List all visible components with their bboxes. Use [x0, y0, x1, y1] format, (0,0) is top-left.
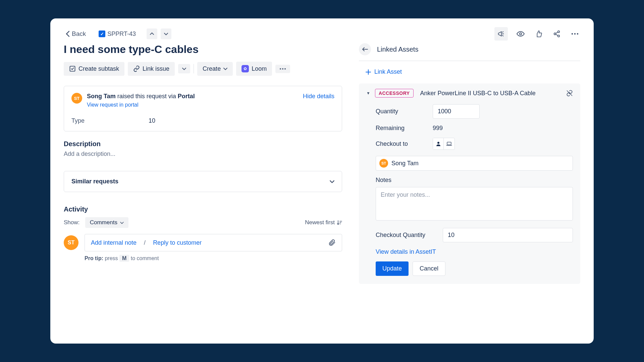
chevron-left-icon: [66, 31, 70, 37]
megaphone-icon: [497, 30, 505, 38]
back-button[interactable]: Back: [64, 29, 88, 39]
similar-requests-panel[interactable]: Similar requests: [64, 171, 342, 192]
create-subtask-button[interactable]: Create subtask: [64, 62, 124, 76]
pro-tip-after: to comment: [129, 255, 159, 261]
right-column: Linked Assets Link Asset ▼ ACCESSORY Ank…: [359, 43, 580, 334]
issue-key[interactable]: SPPRT-43: [99, 31, 136, 38]
pro-tip: Pro tip: press M to comment: [85, 255, 342, 261]
person-icon: [436, 141, 441, 146]
issue-title[interactable]: I need some type-C cables: [64, 43, 342, 56]
svg-point-9: [282, 68, 283, 69]
asset-collapse-button[interactable]: ▼: [366, 91, 370, 96]
more-actions-button[interactable]: [570, 28, 580, 39]
hide-details-link[interactable]: Hide details: [303, 93, 334, 100]
view-in-portal-link[interactable]: View request in portal: [87, 102, 195, 108]
checkout-qty-row: Checkout Quantity: [366, 228, 573, 242]
checkout-user-field[interactable]: ST Song Tam: [376, 156, 573, 171]
notes-section: Notes: [366, 177, 573, 222]
type-value: 10: [149, 117, 155, 124]
cancel-button[interactable]: Cancel: [413, 261, 445, 276]
quantity-input[interactable]: [433, 104, 480, 119]
filter-label: Comments: [90, 219, 117, 226]
link-issue-button[interactable]: Link issue: [128, 62, 175, 76]
checkout-to-toggle: [433, 138, 455, 150]
svg-point-2: [554, 33, 556, 35]
sort-button[interactable]: Newest first: [305, 219, 342, 226]
issue-type-icon: [99, 31, 105, 37]
svg-point-11: [437, 142, 439, 144]
topbar-left: Back SPPRT-43: [64, 28, 171, 39]
link-asset-label: Link Asset: [374, 68, 402, 75]
svg-point-8: [280, 68, 281, 69]
paperclip-icon: [328, 239, 336, 246]
svg-rect-12: [447, 142, 451, 145]
comment-row: ST Add internal note / Reply to customer: [64, 234, 342, 251]
comment-actions: Add internal note / Reply to customer: [91, 239, 202, 246]
issue-key-text: SPPRT-43: [107, 31, 136, 38]
reply-to-customer-link[interactable]: Reply to customer: [153, 239, 202, 246]
asset-panel: ▼ ACCESSORY Anker PowerLine II USB-C to …: [359, 83, 580, 284]
share-icon: [553, 30, 560, 38]
main-content: I need some type-C cables Create subtask…: [64, 43, 580, 334]
description-heading: Description: [64, 140, 342, 148]
loom-icon: [241, 65, 249, 72]
update-button[interactable]: Update: [376, 261, 409, 276]
notes-input[interactable]: [376, 187, 573, 221]
svg-point-10: [284, 68, 286, 69]
requester-name: Song Tam: [87, 93, 116, 100]
checkout-qty-input[interactable]: [443, 228, 573, 242]
next-issue-button[interactable]: [161, 28, 171, 39]
unlink-asset-button[interactable]: [566, 90, 573, 97]
share-button[interactable]: [551, 28, 562, 39]
link-issue-dropdown[interactable]: [178, 64, 190, 73]
topbar: Back SPPRT-43: [64, 26, 580, 41]
view-details-link[interactable]: View details in AssetIT: [366, 248, 573, 255]
checkout-to-device-button[interactable]: [444, 138, 454, 149]
linked-assets-back-button[interactable]: [359, 43, 371, 55]
eye-icon: [517, 30, 525, 38]
current-user-avatar[interactable]: ST: [64, 235, 78, 250]
feedback-button[interactable]: [494, 27, 508, 41]
linked-assets-title: Linked Assets: [377, 46, 418, 53]
svg-point-5: [574, 33, 576, 35]
similar-requests-title: Similar requests: [71, 178, 118, 185]
issue-window: Back SPPRT-43: [50, 18, 594, 344]
checkout-to-user-button[interactable]: [433, 138, 444, 149]
svg-point-0: [520, 33, 522, 35]
attach-button[interactable]: [328, 239, 336, 246]
create-subtask-label: Create subtask: [78, 65, 119, 72]
chevron-down-icon: [223, 67, 227, 70]
request-info: ST Song Tam raised this request via Port…: [71, 93, 195, 108]
plus-icon: [366, 69, 371, 75]
link-asset-button[interactable]: Link Asset: [359, 66, 580, 77]
more-actions-secondary[interactable]: [275, 65, 290, 73]
checkout-user-avatar: ST: [379, 159, 388, 168]
description-field[interactable]: Add a description...: [64, 150, 342, 158]
remaining-row: Remaining 999: [366, 125, 573, 132]
link-icon: [133, 65, 140, 72]
laptop-icon: [446, 141, 452, 146]
create-label: Create: [203, 65, 221, 72]
svg-point-3: [558, 35, 560, 37]
subtask-icon: [69, 65, 76, 72]
comment-box[interactable]: Add internal note / Reply to customer: [85, 234, 342, 251]
back-label: Back: [72, 30, 86, 38]
create-button[interactable]: Create: [197, 62, 233, 76]
topbar-right: [494, 27, 580, 41]
action-divider: [194, 64, 194, 73]
chevron-up-icon: [150, 33, 154, 35]
activity-filter-dropdown[interactable]: Comments: [85, 217, 128, 228]
add-internal-note-link[interactable]: Add internal note: [91, 239, 137, 246]
unlink-icon: [566, 90, 573, 97]
button-row: Update Cancel: [366, 261, 573, 276]
chevron-down-icon: [120, 222, 124, 224]
watch-button[interactable]: [515, 28, 526, 39]
requester-avatar[interactable]: ST: [71, 93, 82, 104]
vote-button[interactable]: [533, 28, 544, 39]
pro-tip-key: M: [119, 255, 129, 262]
prev-issue-button[interactable]: [147, 28, 157, 39]
asset-category-tag: ACCESSORY: [375, 89, 414, 98]
loom-button[interactable]: Loom: [236, 62, 272, 76]
loom-label: Loom: [252, 65, 267, 72]
activity-filter-left: Show: Comments: [64, 217, 128, 228]
